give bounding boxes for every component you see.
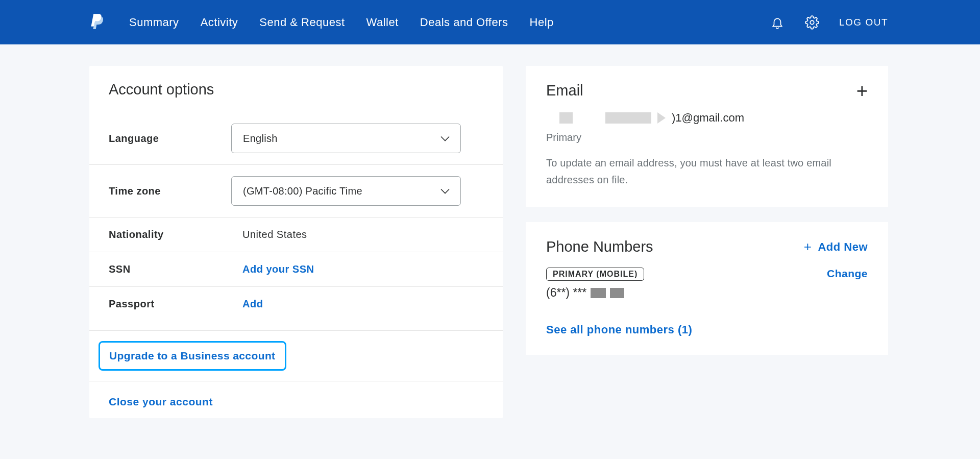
content-area: Account options Language English Time zo… <box>0 44 980 418</box>
settings-gear-icon[interactable] <box>804 15 820 30</box>
redacted-block <box>591 288 606 298</box>
chevron-down-icon <box>440 185 450 197</box>
email-card: Email + )1@gmail.com Primary To update a… <box>526 66 888 207</box>
phone-entry: PRIMARY (MOBILE) (6**) *** Change <box>546 268 868 300</box>
redacted-block <box>657 112 666 124</box>
ssn-row: SSN Add your SSN <box>89 252 503 287</box>
header-right: LOG OUT <box>770 15 888 30</box>
phone-primary-badge: PRIMARY (MOBILE) <box>546 268 644 281</box>
passport-row: Passport Add <box>89 287 503 330</box>
email-help-text: To update an email address, you must hav… <box>546 155 868 188</box>
phone-title: Phone Numbers <box>546 238 653 255</box>
email-address: )1@gmail.com <box>546 111 868 125</box>
primary-nav: Summary Activity Send & Request Wallet D… <box>129 16 554 29</box>
plus-icon: + <box>804 239 812 255</box>
nationality-label: Nationality <box>109 229 231 240</box>
change-phone-link[interactable]: Change <box>827 268 868 280</box>
close-account-row: Close your account <box>89 381 503 418</box>
paypal-logo-icon <box>89 14 104 31</box>
language-select[interactable]: English <box>231 124 461 153</box>
phone-card: Phone Numbers + Add New PRIMARY (MOBILE)… <box>526 222 888 355</box>
timezone-select[interactable]: (GMT-08:00) Pacific Time <box>231 176 461 206</box>
nav-send-request[interactable]: Send & Request <box>259 16 345 29</box>
redacted-block <box>559 112 573 124</box>
close-account-link[interactable]: Close your account <box>109 396 213 407</box>
language-row: Language English <box>89 112 503 165</box>
email-title: Email <box>546 82 583 99</box>
add-ssn-link[interactable]: Add your SSN <box>231 263 314 275</box>
main-header: Summary Activity Send & Request Wallet D… <box>0 0 980 44</box>
notifications-icon[interactable] <box>770 15 785 30</box>
right-column: Email + )1@gmail.com Primary To update a… <box>526 66 888 418</box>
nationality-value: United States <box>231 229 307 240</box>
email-primary-label: Primary <box>546 132 868 143</box>
timezone-row: Time zone (GMT-08:00) Pacific Time <box>89 165 503 218</box>
phone-number: (6**) *** <box>546 286 644 300</box>
nav-summary[interactable]: Summary <box>129 16 179 29</box>
passport-label: Passport <box>109 298 231 310</box>
ssn-label: SSN <box>109 263 231 275</box>
nav-help[interactable]: Help <box>530 16 554 29</box>
upgrade-business-button[interactable]: Upgrade to a Business account <box>99 341 286 371</box>
chevron-down-icon <box>440 133 450 144</box>
logout-link[interactable]: LOG OUT <box>839 17 888 28</box>
add-new-label: Add New <box>818 240 868 254</box>
timezone-label: Time zone <box>109 185 231 197</box>
email-suffix: )1@gmail.com <box>672 111 744 125</box>
nav-wallet[interactable]: Wallet <box>366 16 399 29</box>
svg-point-0 <box>810 20 814 24</box>
language-label: Language <box>109 133 231 144</box>
nationality-row: Nationality United States <box>89 218 503 252</box>
add-phone-link[interactable]: + Add New <box>804 239 868 255</box>
account-options-title: Account options <box>89 81 503 112</box>
nav-activity[interactable]: Activity <box>201 16 238 29</box>
account-options-card: Account options Language English Time zo… <box>89 66 503 418</box>
upgrade-row: Upgrade to a Business account <box>89 330 503 381</box>
redacted-block <box>605 112 651 124</box>
nav-deals[interactable]: Deals and Offers <box>420 16 508 29</box>
add-passport-link[interactable]: Add <box>231 298 263 310</box>
redacted-block <box>610 288 624 298</box>
phone-masked: (6**) *** <box>546 286 586 300</box>
add-email-icon[interactable]: + <box>856 86 868 96</box>
see-all-phones-link[interactable]: See all phone numbers (1) <box>546 323 868 336</box>
timezone-value: (GMT-08:00) Pacific Time <box>243 185 362 197</box>
language-value: English <box>243 133 278 144</box>
